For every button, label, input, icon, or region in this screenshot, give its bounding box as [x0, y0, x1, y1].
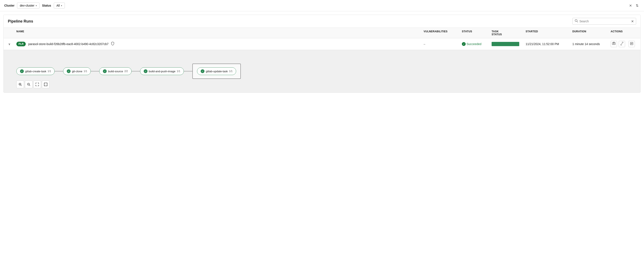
status-cell: ✓ Succeeded — [462, 42, 492, 46]
fullscreen-button[interactable] — [42, 80, 50, 88]
started-cell: 11/21/2024, 11:52:00 PM — [526, 42, 572, 46]
connector-line — [132, 71, 140, 72]
search-icon — [575, 19, 578, 24]
node-count: 2/2 — [124, 70, 128, 73]
search-input[interactable] — [580, 20, 630, 23]
status-value: All — [56, 4, 60, 7]
pipeline-node-git-clone: ✓ git-clone 1/1 — [63, 68, 91, 75]
connector-line — [54, 71, 63, 72]
connector-line — [91, 71, 99, 72]
vulnerabilities-cell: – — [424, 42, 462, 46]
top-filter-bar: Cluster dev-cluster ▾ Status All ▾ ✕ ⇅ — [0, 0, 644, 11]
search-clear-button[interactable]: ✕ — [631, 19, 634, 24]
link-action-button[interactable] — [619, 41, 625, 47]
node-check-icon: ✓ — [144, 69, 148, 73]
node-pill-gitlab-create-task[interactable]: ✓ gitlab-create-task 1/1 — [16, 68, 54, 75]
node-check-icon: ✓ — [103, 69, 107, 73]
pipeline-node-build-source: ✓ build-source 2/2 — [99, 68, 132, 75]
node-count: 1/1 — [84, 70, 87, 73]
search-wrapper: ✕ — [572, 18, 636, 25]
panel-header: Pipeline Runs ✕ — [4, 15, 640, 28]
zoom-controls — [16, 80, 50, 88]
svg-line-10 — [21, 85, 22, 86]
expand-row-button[interactable]: ∨ — [8, 42, 11, 46]
pipeline-node-gitlab-create-task: ✓ gitlab-create-task 1/1 — [16, 68, 54, 75]
actions-cell — [611, 41, 636, 47]
pipeline-node-gitlab-update-task: ✓ gitlab-update-task 1/1 — [192, 64, 241, 79]
snapshot-action-button[interactable] — [611, 41, 617, 47]
node-count: 1/1 — [48, 70, 51, 73]
task-progress-bar — [492, 42, 519, 46]
table-header: NAME VULNERABILITIES STATUS TASKSTATUS S… — [4, 28, 640, 38]
status-text: Succeeded — [466, 42, 482, 46]
th-status: STATUS — [462, 30, 492, 36]
logs-action-button[interactable] — [628, 41, 635, 47]
th-duration: DURATION — [572, 30, 611, 36]
node-pill-build-push[interactable]: ✓ build-and-push-image 1/1 — [140, 68, 184, 75]
node-pill-git-clone[interactable]: ✓ git-clone 1/1 — [63, 68, 91, 75]
fit-view-button[interactable] — [33, 80, 41, 88]
pipeline-graph: ✓ gitlab-create-task 1/1 ✓ git-clone 1/1… — [4, 50, 640, 92]
svg-point-3 — [614, 43, 614, 44]
node-count: 1/1 — [177, 70, 180, 73]
th-task-status: TASKSTATUS — [492, 30, 526, 36]
task-status-cell — [492, 42, 526, 46]
plr-badge: PLR — [16, 42, 26, 46]
table-row: ∨ PLR parasol-store-build-f26b28fb-eac8-… — [4, 38, 640, 50]
zoom-out-button[interactable] — [25, 80, 32, 88]
node-check-icon: ✓ — [20, 69, 24, 73]
pipeline-name-text: parasol-store-build-f26b28fb-eac8-4002-b… — [28, 42, 108, 46]
node-pill-build-source[interactable]: ✓ build-source 2/2 — [99, 68, 132, 75]
status-chevron-icon: ▾ — [61, 4, 62, 7]
node-label: git-clone — [72, 70, 82, 73]
th-vulnerabilities: VULNERABILITIES — [424, 30, 462, 36]
name-cell: PLR parasol-store-build-f26b28fb-eac8-40… — [16, 42, 424, 46]
zoom-in-button[interactable] — [16, 80, 24, 88]
svg-line-14 — [29, 85, 30, 86]
cluster-dropdown[interactable]: dev-cluster ▾ — [17, 2, 39, 8]
th-expand — [8, 30, 16, 36]
status-label: Status — [42, 4, 51, 7]
node-pill-gitlab-update-task[interactable]: ✓ gitlab-update-task 1/1 — [197, 68, 236, 75]
svg-line-1 — [577, 22, 578, 22]
expand-cell: ∨ — [8, 42, 16, 46]
pipeline-nodes-container: ✓ gitlab-create-task 1/1 ✓ git-clone 1/1… — [16, 64, 628, 79]
node-check-icon: ✓ — [67, 69, 70, 73]
expand-arrows-icon[interactable]: ⇅ — [634, 3, 640, 8]
th-actions: ACTIONS — [611, 30, 636, 36]
node-label: gitlab-create-task — [25, 70, 46, 73]
status-dropdown[interactable]: All ▾ — [54, 2, 65, 8]
collapse-icon[interactable]: ✕ — [628, 3, 633, 8]
pipeline-runs-panel: Pipeline Runs ✕ NAME VULNERABILITIES STA… — [4, 15, 640, 93]
node-count: 1/1 — [229, 70, 233, 73]
pipeline-node-build-push: ✓ build-and-push-image 1/1 — [140, 68, 184, 75]
status-success: ✓ Succeeded — [462, 42, 492, 46]
th-name: NAME — [16, 30, 424, 36]
cluster-label: Cluster — [4, 4, 14, 7]
shield-icon — [111, 42, 114, 46]
connector-line — [184, 71, 192, 72]
cluster-chevron-icon: ▾ — [36, 4, 37, 7]
success-check-icon: ✓ — [462, 42, 466, 46]
top-bar-actions: ✕ ⇅ — [628, 3, 640, 8]
panel-title: Pipeline Runs — [8, 19, 33, 24]
node-label: gitlab-update-task — [206, 70, 228, 73]
node-label: build-and-push-image — [149, 70, 176, 73]
svg-rect-2 — [612, 42, 615, 45]
duration-cell: 1 minute 14 seconds — [572, 42, 611, 46]
node-label: build-source — [108, 70, 123, 73]
th-started: STARTED — [526, 30, 572, 36]
svg-rect-4 — [613, 42, 614, 42]
cluster-value: dev-cluster — [20, 4, 34, 7]
svg-rect-16 — [44, 83, 47, 86]
node-check-icon: ✓ — [201, 69, 204, 73]
